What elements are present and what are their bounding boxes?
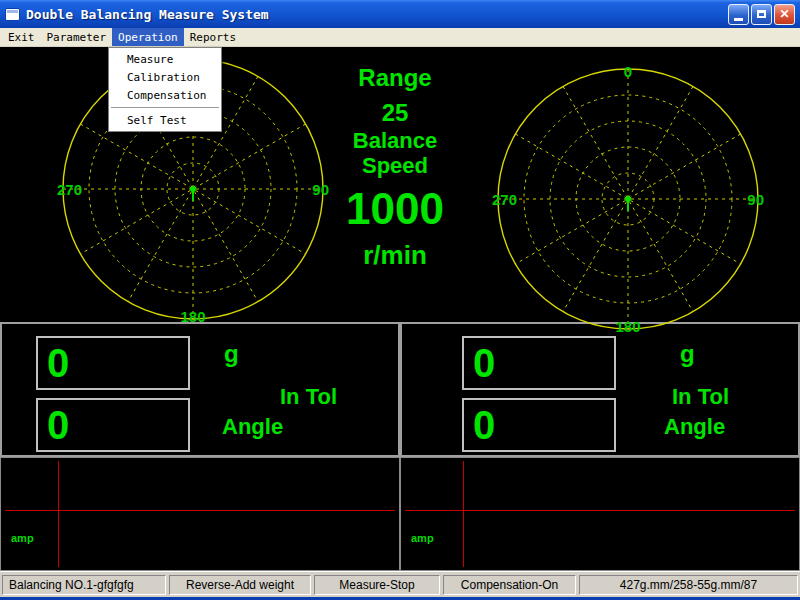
status-balancing-mode: Balancing NO.1-gfgfgfg: [2, 575, 166, 595]
left-chart-label-270: 270: [57, 181, 82, 198]
speed-unit: r/min: [328, 241, 462, 269]
menu-item-self-test[interactable]: Self Test: [109, 111, 221, 129]
menu-reports[interactable]: Reports: [184, 28, 242, 46]
menu-operation[interactable]: Operation: [112, 28, 184, 46]
left-weight-value: 0: [36, 336, 190, 390]
right-chart-label-270: 270: [492, 191, 517, 208]
maximize-button[interactable]: [751, 4, 772, 25]
speed-label: Speed: [328, 154, 462, 178]
maximize-icon: [757, 10, 766, 18]
left-amp-label: amp: [11, 532, 34, 544]
status-compensation-state: Compensation-On: [443, 575, 576, 595]
status-measure-state: Measure-Stop: [314, 575, 440, 595]
status-weight-mode: Reverse-Add weight: [169, 575, 311, 595]
right-amp-label: amp: [411, 532, 434, 544]
range-label: Range: [328, 65, 462, 91]
left-chart-label-90: 90: [312, 181, 329, 198]
menu-parameter[interactable]: Parameter: [41, 28, 113, 46]
range-value: 25: [328, 100, 462, 126]
menu-exit[interactable]: Exit: [2, 28, 41, 46]
right-waveform-panel: amp: [400, 457, 800, 571]
close-icon: ✕: [779, 8, 789, 20]
menu-separator: [111, 107, 219, 108]
left-tolerance-status: In Tol: [280, 384, 337, 410]
minimize-icon: [734, 18, 743, 21]
center-readout: Range 25 Balance Speed 1000 r/min: [328, 53, 462, 269]
left-weight-unit: g: [224, 340, 239, 368]
waveform-row: amp amp: [0, 457, 800, 571]
right-angle-label: Angle: [664, 414, 725, 440]
menu-item-compensation[interactable]: Compensation: [109, 86, 221, 104]
window-controls: ✕: [728, 4, 795, 25]
minimize-button[interactable]: [728, 4, 749, 25]
operation-menu-dropdown: Measure Calibration Compensation Self Te…: [108, 47, 222, 132]
right-chart-label-180: 180: [615, 318, 640, 335]
right-angle-value: 0: [462, 398, 616, 452]
menu-item-calibration[interactable]: Calibration: [109, 68, 221, 86]
left-waveform-y-axis: [58, 461, 59, 567]
speed-value: 1000: [328, 185, 462, 233]
app-window: Double Balancing Measure System ✕ Exit P…: [0, 0, 800, 600]
left-angle-label: Angle: [222, 414, 283, 440]
left-chart-label-180: 180: [180, 308, 205, 325]
balance-label: Balance: [328, 129, 462, 153]
window-title: Double Balancing Measure System: [26, 7, 728, 22]
polar-grid-right: [493, 64, 763, 334]
close-button[interactable]: ✕: [774, 4, 795, 25]
left-result-panel: 0 g In Tol 0 Angle: [0, 322, 400, 457]
polar-chart-right: 0 90 180 270: [478, 49, 778, 349]
left-waveform-x-axis: [5, 510, 395, 511]
statusbar: Balancing NO.1-gfgfgfg Reverse-Add weigh…: [0, 571, 800, 597]
right-waveform-y-axis: [463, 461, 464, 567]
app-icon: [5, 8, 20, 21]
status-measurement-values: 427g.mm/258-55g.mm/87: [579, 575, 798, 595]
left-angle-value: 0: [36, 398, 190, 452]
titlebar: Double Balancing Measure System ✕: [0, 0, 800, 28]
menubar: Exit Parameter Operation Reports: [0, 28, 800, 47]
right-tolerance-status: In Tol: [672, 384, 729, 410]
right-chart-label-90: 90: [747, 191, 764, 208]
right-chart-label-0: 0: [624, 63, 632, 80]
menu-item-measure[interactable]: Measure: [109, 50, 221, 68]
left-waveform-panel: amp: [0, 457, 400, 571]
